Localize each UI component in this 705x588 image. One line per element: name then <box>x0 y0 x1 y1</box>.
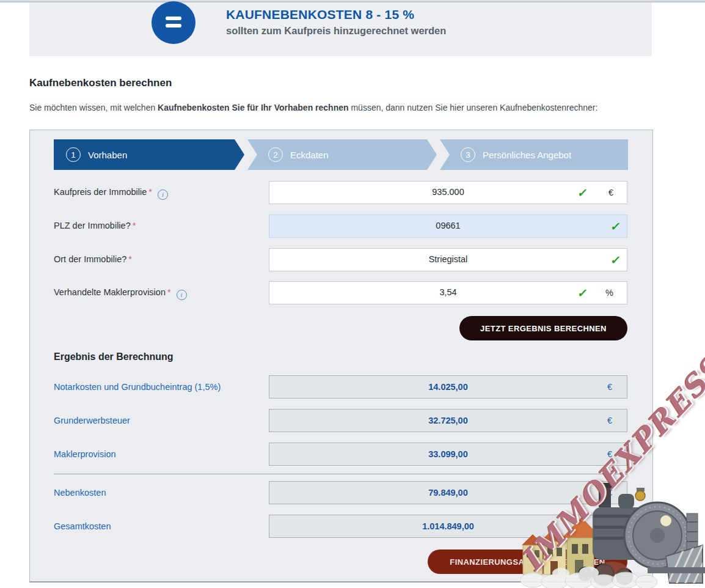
tab-eckdaten[interactable]: 2 Eckdaten <box>247 139 437 170</box>
required-asterisk: * <box>167 287 171 297</box>
plz-input[interactable]: 09661 ✓ <box>269 215 627 238</box>
grunderwerbsteuer-label: Grunderwerbsteuer <box>54 416 130 425</box>
gesamtkosten-output: 1.014.849,00 € <box>269 515 627 538</box>
maklerprovision-input[interactable]: 3,54 ✓ % <box>269 281 627 304</box>
step-3-circle: 3 <box>461 147 475 162</box>
tab-vorhaben[interactable]: 1 Vorhaben <box>54 139 244 170</box>
notarkosten-label: Notarkosten und Grundbucheintrag (1,5%) <box>54 382 221 392</box>
step-2-label: Eckdaten <box>290 150 329 160</box>
euro-unit-label: € <box>607 416 612 425</box>
valid-check-icon: ✓ <box>577 186 589 200</box>
kaufpreis-input[interactable]: 935.000 ✓ € <box>269 181 627 204</box>
step-1-label: Vorhaben <box>88 150 127 160</box>
page-title: Kaufnebenkosten berechnen <box>29 77 172 89</box>
step-1-circle: 1 <box>66 147 81 162</box>
required-asterisk: * <box>133 221 136 230</box>
required-asterisk: * <box>128 254 132 264</box>
nebenkosten-label: Nebenkosten <box>54 488 106 498</box>
ort-label: Ort der Immobilie?* <box>54 254 132 264</box>
banner-title: KAUFNEBENKOSTEN 8 - 15 % <box>226 7 414 22</box>
intro-bold: Kaufnebenkosten Sie für Ihr Vorhaben rec… <box>158 103 348 112</box>
gesamtkosten-label: Gesamtkosten <box>54 521 111 531</box>
banner-subtitle: sollten zum Kaufpreis hinzugerechnet wer… <box>226 25 446 37</box>
euro-unit-label: € <box>607 382 612 392</box>
required-asterisk: * <box>148 187 152 197</box>
tab-persoenliches-angebot[interactable]: 3 Persönliches Angebot <box>440 139 628 170</box>
euro-unit-label: € <box>607 449 612 459</box>
results-heading: Ergebnis der Berechnung <box>54 351 174 362</box>
plz-label: PLZ der Immobilie?* <box>54 221 136 230</box>
intro-text: Sie möchten wissen, mit welchen Kaufnebe… <box>29 103 683 112</box>
info-banner: KAUFNEBENKOSTEN 8 - 15 % sollten zum Kau… <box>29 2 652 56</box>
valid-check-icon: ✓ <box>610 253 622 267</box>
valid-check-icon: ✓ <box>577 286 589 300</box>
percent-unit-label: % <box>605 288 613 298</box>
equals-icon <box>152 1 195 44</box>
intro-post: müssen, dann nutzen Sie hier unseren Kau… <box>349 103 598 112</box>
info-icon[interactable]: i <box>158 189 168 200</box>
financing-offer-button[interactable]: FINANZIERUNGSANGEBOT EINHOLEN <box>428 549 627 574</box>
maklerprovision-label: Verhandelte Maklerprovision*i <box>54 287 187 300</box>
step-3-label: Persönliches Angebot <box>483 150 571 160</box>
ort-input[interactable]: Striegistal ✓ <box>269 248 627 271</box>
calculator-panel: 1 Vorhaben 2 Eckdaten 3 Persönliches Ang… <box>29 130 653 582</box>
step-2-circle: 2 <box>268 147 283 162</box>
euro-unit-label: € <box>608 188 613 197</box>
info-icon[interactable]: i <box>177 290 187 300</box>
euro-unit-label: € <box>607 488 612 498</box>
grunderwerbsteuer-output: 32.725,00 € <box>269 409 627 432</box>
valid-check-icon: ✓ <box>610 219 622 233</box>
calculate-button[interactable]: JETZT ERGEBNIS BERECHNEN <box>459 316 627 340</box>
nebenkosten-output: 79.849,00 € <box>269 481 627 504</box>
intro-pre: Sie möchten wissen, mit welchen <box>29 103 158 112</box>
euro-unit-label: € <box>607 521 612 531</box>
notarkosten-output: 14.025,00 € <box>269 375 627 399</box>
step-indicator: 1 Vorhaben 2 Eckdaten 3 Persönliches Ang… <box>54 139 628 170</box>
maklerprovision-output: 33.099,00 € <box>269 443 627 466</box>
results-divider <box>54 474 627 474</box>
maklerprovision-result-label: Maklerprovision <box>54 449 116 459</box>
kaufpreis-label: Kaufpreis der Immobilie*i <box>54 187 168 200</box>
